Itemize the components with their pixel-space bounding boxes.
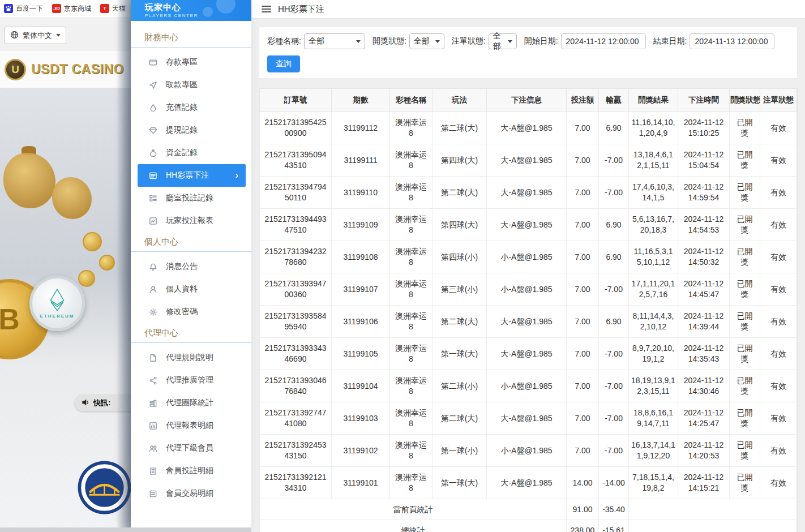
table-cell: 已開獎 bbox=[730, 435, 760, 467]
table-cell: 有效 bbox=[760, 112, 797, 144]
language-selector[interactable]: 繁体中文 bbox=[5, 27, 66, 44]
table-row: 215217313930467684031199104澳洲幸运8第二球(小)小-… bbox=[260, 370, 797, 402]
sidebar-item[interactable]: 代理下級會員 bbox=[131, 437, 251, 460]
order-status-label: 注單狀態: bbox=[452, 36, 486, 46]
table-cell: 31199105 bbox=[332, 338, 390, 370]
sidebar-item[interactable]: 存款專區 bbox=[131, 51, 251, 74]
sidebar-item[interactable]: HH彩票下注› bbox=[138, 164, 246, 187]
table-cell: 14.00 bbox=[567, 467, 599, 499]
table-cell: 第三球(小) bbox=[433, 273, 487, 306]
lottery-type-select[interactable]: 全部 bbox=[304, 33, 365, 49]
sidebar-item[interactable]: 消息公告 bbox=[131, 255, 251, 278]
table-cell: 5,6,13,16,7,20,18,3 bbox=[629, 209, 678, 241]
table-row: 215217313942327868031199108澳洲幸运8第四球(小)小-… bbox=[260, 241, 797, 273]
bookmark-label: 百度一下 bbox=[16, 4, 43, 14]
table-cell: 澳洲幸运8 bbox=[390, 273, 433, 306]
table-cell: 2152173139212134310 bbox=[260, 467, 332, 499]
table-cell: 6.90 bbox=[599, 306, 629, 338]
table-cell: 2024-11-12 14:45:47 bbox=[678, 273, 730, 306]
bet-records-table: 訂單號期數彩種名稱玩法下注信息投注額輸贏開獎結果下注時間開獎狀態注單狀態2152… bbox=[259, 88, 797, 532]
table-cell: 2024-11-12 14:20:53 bbox=[678, 435, 730, 467]
chevron-down-icon bbox=[508, 40, 512, 43]
page-total-row: 當前頁統計91.00-35.40 bbox=[260, 499, 797, 520]
table-row: 215217313950944351031199111澳洲幸运8第四球(大)大-… bbox=[260, 144, 797, 177]
table-cell: -7.00 bbox=[599, 370, 629, 402]
sidebar-item[interactable]: 取款專區 bbox=[131, 74, 251, 96]
table-cell: 31199107 bbox=[332, 273, 390, 306]
grand-total-row: 總統計238.00-15.61 bbox=[260, 520, 797, 532]
sidebar-item[interactable]: 個人資料 bbox=[131, 278, 251, 301]
column-header: 訂單號 bbox=[260, 89, 332, 112]
table-cell: 6.90 bbox=[599, 112, 629, 144]
sidebar-item[interactable]: 會員投註明細 bbox=[131, 460, 251, 482]
filter-panel: 彩種名稱: 全部 開獎狀態: 全部 注單狀態: 全部 開始 bbox=[259, 27, 798, 79]
cashout-icon bbox=[148, 126, 157, 135]
table-cell: 大-A盤@1.985 bbox=[487, 209, 567, 241]
table-cell: 31199109 bbox=[332, 209, 390, 241]
users-icon bbox=[148, 444, 157, 453]
sidebar-item-label: 代理規則說明 bbox=[166, 353, 213, 363]
column-header: 投注額 bbox=[567, 89, 599, 112]
sidebar-item[interactable]: 玩家投注報表 bbox=[131, 209, 251, 232]
sidebar-item[interactable]: 提現記錄 bbox=[131, 119, 251, 141]
table-cell: 2152173139449347510 bbox=[260, 209, 332, 241]
sidebar-item[interactable]: 代理推廣管理 bbox=[131, 369, 251, 392]
sidebar-item[interactable]: 充值記錄 bbox=[131, 96, 251, 119]
sidebar-item[interactable]: 代理規則說明 bbox=[131, 346, 251, 369]
bottom-strip bbox=[0, 527, 251, 532]
table-cell: 31199101 bbox=[332, 467, 390, 499]
bookmark-item[interactable]: 百度一下 bbox=[4, 4, 43, 14]
section-divider bbox=[131, 47, 251, 48]
sidebar-nav: 財務中心存款專區取款專區充值記錄提現記錄資金記錄HH彩票下注›廳室投註記錄玩家投… bbox=[131, 21, 251, 505]
table-cell: 2024-11-12 15:04:54 bbox=[678, 144, 730, 177]
order-status-select[interactable]: 全部 bbox=[489, 33, 517, 49]
section-divider bbox=[131, 251, 251, 252]
menu-icon[interactable] bbox=[262, 6, 271, 12]
table-cell: 31199111 bbox=[332, 144, 390, 177]
browser-bookmarks-bar: 百度一下JD京东商城T天猫 bbox=[0, 0, 131, 17]
start-date-label: 開始日期: bbox=[524, 36, 558, 46]
bookmark-item[interactable]: JD京东商城 bbox=[52, 4, 91, 14]
table-cell: 有效 bbox=[760, 306, 797, 338]
start-date-input[interactable] bbox=[561, 33, 646, 49]
sidebar-item-label: 個人資料 bbox=[166, 284, 198, 294]
sidebar-item-label: 會員交易明細 bbox=[166, 488, 213, 499]
table-cell: 7.00 bbox=[567, 209, 599, 241]
sidebar-item[interactable]: 代理報表明細 bbox=[131, 414, 251, 437]
funds-icon bbox=[148, 148, 157, 157]
table-cell: 已開獎 bbox=[730, 241, 760, 273]
sidebar-item[interactable]: 會員交易明細 bbox=[131, 482, 251, 505]
table-cell: 大-A盤@1.985 bbox=[487, 402, 567, 435]
table-cell: 2152173139304676840 bbox=[260, 370, 332, 402]
table-cell: 7.00 bbox=[567, 370, 599, 402]
site-header-band: 繁体中文 bbox=[0, 17, 131, 51]
table-cell: 有效 bbox=[760, 370, 797, 402]
sidebar-item[interactable]: 資金記錄 bbox=[131, 141, 251, 164]
chart-icon bbox=[148, 421, 157, 430]
table-cell: 澳洲幸运8 bbox=[390, 467, 433, 499]
table-cell: 有效 bbox=[760, 467, 797, 499]
sidebar-item[interactable]: 代理團隊統計 bbox=[131, 392, 251, 414]
ethereum-label: ETHEREUM bbox=[40, 314, 75, 319]
table-cell: 16,13,7,14,11,9,12,20 bbox=[629, 435, 678, 467]
table-cell: 有效 bbox=[760, 241, 797, 273]
table-cell: 2152173139274741080 bbox=[260, 402, 332, 435]
end-date-input[interactable] bbox=[690, 33, 774, 49]
table-cell: 第二球(大) bbox=[433, 306, 487, 338]
draw-status-select[interactable]: 全部 bbox=[409, 33, 444, 49]
table-cell: 第二球(大) bbox=[433, 112, 487, 144]
table-cell: 已開獎 bbox=[730, 306, 760, 338]
table-cell: 2152173139334346690 bbox=[260, 338, 332, 370]
sidebar-item[interactable]: 修改密碼 bbox=[131, 301, 251, 323]
table-cell: 31199104 bbox=[332, 370, 390, 402]
gold-coin-decoration bbox=[99, 255, 115, 271]
table-cell: 第一球(大) bbox=[433, 467, 487, 499]
search-button[interactable]: 查詢 bbox=[267, 55, 300, 72]
table-cell: 18,19,13,9,12,3,15,11 bbox=[629, 370, 678, 402]
table-cell: 17,4,6,10,3,14,1,5 bbox=[629, 177, 678, 209]
column-header: 玩法 bbox=[433, 89, 487, 112]
table-row: 215217313954250090031199112澳洲幸运8第二球(大)大-… bbox=[260, 112, 797, 144]
table-cell: -7.00 bbox=[599, 338, 629, 370]
sidebar-item[interactable]: 廳室投註記錄 bbox=[131, 187, 251, 209]
table-header-row: 訂單號期數彩種名稱玩法下注信息投注額輸贏開獎結果下注時間開獎狀態注單狀態 bbox=[260, 89, 797, 112]
